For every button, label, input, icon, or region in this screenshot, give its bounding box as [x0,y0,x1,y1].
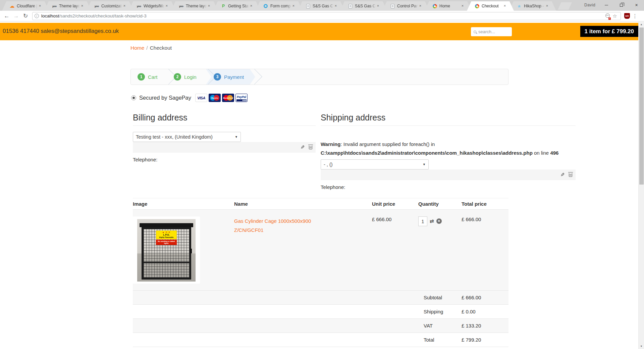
yootheme-icon [136,3,142,9]
tab-getting-started[interactable]: Getting Start× [213,1,260,11]
lpg-warning-sign: ▲ ⊘ ⊘ L.P.G. Highly Flammable No smoking… [156,231,177,245]
visa-card-icon: VISA [195,94,207,102]
forward-button[interactable]: → [11,13,21,19]
back-button[interactable]: ← [2,13,11,19]
close-icon[interactable]: × [38,4,42,8]
site-header: 01536 417440 sales@stepsandstillages.co.… [0,23,644,40]
url-text: localhost/sands2/checkout/checkout/task-… [41,13,604,18]
tab-gas-cage-2[interactable]: S&S Gas Cag× [340,1,387,11]
close-icon[interactable]: × [249,4,254,8]
tab-title: Control Pane [397,4,418,8]
close-icon[interactable]: × [291,4,296,8]
close-icon[interactable]: × [418,4,423,8]
edit-address-icon[interactable]: ✎ [301,144,305,150]
payment-radio-selected[interactable] [131,95,136,100]
quantity-input[interactable] [418,216,427,226]
browser-tabstrip: Cloudflare |× Theme layou× Customizatio×… [0,0,644,11]
close-icon[interactable]: × [164,4,169,8]
minimize-button[interactable] [599,0,614,10]
tab-control-panel[interactable]: Control Pane× [382,1,429,11]
shipping-row: Shipping£ 0.00 [133,305,508,319]
remove-item-icon[interactable]: ✕ [436,218,442,224]
tab-theme-layout-2[interactable]: Theme layou× [171,1,218,11]
unit-price-value: £ 666.00 [372,216,418,284]
billing-telephone-label: Telephone: [133,157,316,162]
breadcrumb-separator: / [146,45,148,51]
vat-label: VAT [418,323,462,329]
step-cart[interactable]: 1 Cart [138,69,157,85]
php-warning-message: Warning: Invalid argument supplied for f… [321,140,576,157]
tab-checkout-active[interactable]: Checkout× [467,1,514,11]
close-window-button[interactable]: × [629,0,644,10]
step-number-badge: 2 [174,73,181,81]
tab-title: Theme layou [59,4,80,8]
address-bar[interactable]: i localhost/sands2/checkout/checkout/tas… [32,12,621,20]
close-icon[interactable]: × [460,4,465,8]
close-icon[interactable]: × [333,4,338,8]
hikashop-icon [517,3,522,9]
subtotal-value: £ 666.00 [462,295,508,300]
tab-title: Customizatio [101,4,122,8]
close-icon[interactable]: × [502,4,507,8]
subtotal-row: Subtotal£ 666.00 [133,291,508,305]
shipping-address-column: Shipping address Warning: Invalid argume… [321,113,576,190]
search-box [471,27,512,36]
ublock-extension-icon[interactable]: UO [624,13,630,19]
reload-button[interactable]: ↻ [21,12,30,19]
tab-list: Cloudflare |× Theme layou× Customizatio×… [2,0,556,11]
shipping-address-title: Shipping address [321,113,576,126]
cart-summary-badge[interactable]: 1 item for £ 799.20 [580,26,638,37]
tab-hikashop[interactable]: HikaShop - C× [509,1,556,11]
delete-address-icon[interactable] [309,146,312,149]
scroll-up-icon[interactable]: ▲ [639,22,644,27]
tab-cloudflare[interactable]: Cloudflare |× [2,1,49,11]
new-tab-button[interactable] [558,2,572,10]
close-icon[interactable]: × [545,4,549,8]
total-row: Total£ 799.20 [133,333,508,347]
restore-button[interactable] [614,0,629,10]
caret-down-icon: ▼ [423,163,426,166]
product-name-link[interactable]: Gas Cylinder Cage 1000x500x900 Z/CN/GCF0… [234,216,372,284]
shipping-address-actions: ✎ [321,169,576,180]
step-payment[interactable]: 3 Payment [214,69,244,85]
breadcrumb-current: Checkout [150,45,172,51]
tab-title: Widgets/Mo [144,4,164,8]
page-info-icon[interactable]: i [35,14,39,18]
tab-title: Theme layou [186,4,207,8]
tab-title: Checkout [482,4,502,8]
content-blocked-icon[interactable]: × [604,13,611,19]
scroll-down-icon[interactable]: ▼ [639,344,644,349]
close-icon[interactable]: × [122,4,127,8]
billing-address-value: Testing test - xxx, (United Kingdom) [136,134,213,140]
close-icon[interactable]: × [207,4,211,8]
bookmark-star-icon[interactable]: ☆ [611,13,619,19]
total-label: Total [418,337,462,343]
tab-title: Form compo [270,4,291,8]
billing-address-select[interactable]: Testing test - xxx, (United Kingdom) ▼ [133,132,241,142]
refresh-quantity-icon[interactable]: ⇄ [430,218,434,224]
tab-form-components[interactable]: Form compo× [256,1,303,11]
edit-address-icon[interactable]: ✎ [560,172,565,178]
product-image[interactable]: ▲ ⊘ ⊘ L.P.G. Highly Flammable No smoking… [133,216,200,284]
shipping-address-select[interactable]: - , () ▼ [321,159,429,169]
breadcrumb: Home/Checkout [130,45,644,51]
scrollbar-thumb[interactable] [639,28,644,185]
search-input[interactable] [478,29,505,34]
tab-widgets[interactable]: Widgets/Mo× [129,1,176,11]
browser-menu-icon[interactable]: ⋮ [630,13,640,19]
tab-gas-cage-1[interactable]: S&S Gas Cag× [298,1,345,11]
page-scrollbar[interactable]: ▲ ▼ [638,22,644,349]
step-login[interactable]: 2 Login [174,69,197,85]
tab-customization[interactable]: Customizatio× [87,1,133,11]
tab-title: Getting Start [228,4,249,8]
close-icon[interactable]: × [376,4,380,8]
breadcrumb-home-link[interactable]: Home [130,45,144,51]
tab-theme-layout-1[interactable]: Theme layou× [44,1,91,11]
close-icon[interactable]: × [80,4,85,8]
delete-address-icon[interactable] [569,173,572,177]
shipping-telephone-label: Telephone: [321,184,576,190]
tab-home[interactable]: Home× [425,1,472,11]
billing-address-column: Billing address Testing test - xxx, (Uni… [133,113,316,162]
url-path: /sands2/checkout/checkout/task-show/cid-… [59,13,146,18]
quantity-cell: ⇄ ✕ [418,216,462,284]
